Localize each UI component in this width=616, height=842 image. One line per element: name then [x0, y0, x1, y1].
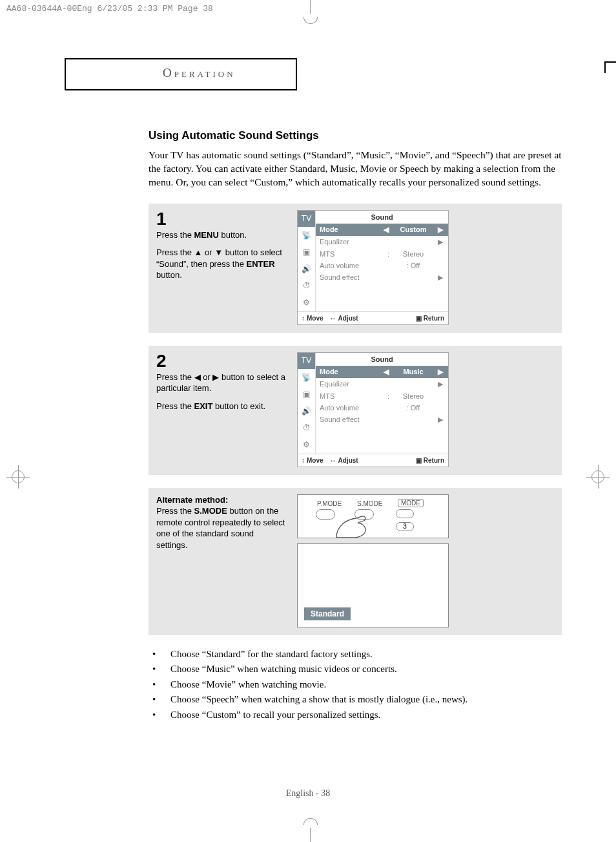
- return-icon: ▣: [416, 457, 422, 464]
- remote-pmode-button: [316, 509, 335, 520]
- remote-mode-button: [396, 509, 414, 518]
- list-item: Choose “Standard” for the standard facto…: [149, 648, 562, 661]
- osd-label: Equalizer: [320, 380, 436, 388]
- remote-diagram: P.MODE S.MODE MODE 3: [297, 494, 449, 538]
- step-2-text: 2 Press the ◀ or ▶ button to select a pa…: [156, 352, 285, 467]
- osd-row-mts: MTS : Stereo: [316, 390, 448, 402]
- osd-value: Music: [390, 368, 436, 375]
- osd-timer-icon: ⏱: [298, 420, 315, 437]
- left-regmark: [6, 465, 30, 489]
- left-arrow-icon: ◀: [194, 372, 201, 382]
- remote-smode-label: S.MODE: [357, 500, 382, 507]
- step-2-block: 2 Press the ◀ or ▶ button to select a pa…: [149, 346, 562, 475]
- right-arrow-icon: ▶: [436, 238, 444, 246]
- right-arrow-icon: ▶: [436, 273, 444, 282]
- list-item: Choose “Speech” when watching a show tha…: [149, 693, 562, 706]
- osd-value: Stereo: [390, 250, 436, 258]
- osd-row-sound-effect: Sound effect ▶: [316, 414, 448, 426]
- top-cropmark: [303, 0, 316, 23]
- text: button.: [219, 230, 247, 240]
- leftright-arrow-icon: ↔: [330, 457, 336, 464]
- osd-setup-icon: ⚙: [298, 295, 315, 311]
- bullet-list: Choose “Standard” for the standard facto…: [149, 648, 562, 722]
- intro-paragraph: Your TV has automatic sound settings (“S…: [149, 149, 562, 189]
- right-arrow-icon: ▶: [436, 368, 444, 376]
- text: or: [201, 372, 213, 382]
- list-item: Choose “Movie” when watching movie.: [149, 679, 562, 691]
- right-arrow-icon: ▶: [212, 372, 219, 382]
- osd-sound-icon: 🔊: [298, 403, 315, 420]
- osd-standard-tag: Standard: [304, 607, 351, 620]
- text: or: [202, 247, 214, 257]
- remote-3-button: 3: [396, 522, 414, 531]
- osd-row-equalizer: Equalizer ▶: [316, 378, 448, 390]
- right-cropmark: [604, 61, 616, 73]
- osd-row-equalizer: Equalizer ▶: [316, 236, 448, 248]
- text: button to exit.: [212, 401, 265, 411]
- step-2-number: 2: [156, 352, 285, 370]
- osd-timer-icon: ⏱: [298, 278, 315, 295]
- osd-title: Sound: [316, 211, 448, 224]
- return-icon: ▣: [416, 315, 422, 322]
- print-header: AA68-03644A-00Eng 6/23/05 2:33 PM Page 3…: [6, 4, 213, 14]
- menu-button-name: MENU: [194, 230, 219, 240]
- osd-label: Sound effect: [320, 416, 436, 423]
- page-footer: English - 38: [0, 788, 616, 799]
- osd-value: Custom: [390, 226, 436, 233]
- osd-footer-adjust: Adjust: [338, 315, 358, 322]
- osd-label: Mode: [320, 368, 382, 375]
- osd-antenna-icon: 📡: [298, 227, 315, 244]
- list-item: Choose “Music” when watching music video…: [149, 663, 562, 676]
- osd-label: Auto volume: [320, 404, 390, 412]
- osd-row-sound-effect: Sound effect ▶: [316, 271, 448, 284]
- alternate-method-block: Alternate method: Press the S.MODE butto…: [149, 488, 562, 635]
- exit-button-name: EXIT: [194, 401, 213, 411]
- updown-arrow-icon: ↕: [302, 457, 305, 464]
- right-arrow-icon: ▶: [436, 226, 444, 234]
- osd-label: MTS: [320, 392, 387, 400]
- remote-pmode-label: P.MODE: [317, 500, 342, 507]
- osd-sound-icon: 🔊: [298, 261, 315, 278]
- osd-footer-move: Move: [307, 457, 323, 464]
- osd-title: Sound: [316, 353, 448, 366]
- osd-sound-menu-1: TV 📡 ▣ 🔊 ⏱ ⚙ Sound Mode ◀: [297, 210, 449, 325]
- step-1-number: 1: [156, 210, 285, 228]
- text: Press the: [156, 401, 194, 411]
- osd-side-icons: TV 📡 ▣ 🔊 ⏱ ⚙: [298, 353, 316, 454]
- osd-row-mts: MTS : Stereo: [316, 248, 448, 260]
- left-arrow-icon: ◀: [382, 368, 390, 376]
- alternate-method-title: Alternate method:: [156, 495, 228, 505]
- osd-antenna-icon: 📡: [298, 370, 315, 386]
- text: Press the: [156, 230, 194, 240]
- osd-tv-icon: TV: [298, 353, 315, 370]
- osd-picture-icon: ▣: [298, 386, 315, 403]
- right-arrow-icon: ▶: [436, 380, 444, 388]
- osd-value: Stereo: [390, 392, 436, 400]
- osd-setup-icon: ⚙: [298, 437, 315, 454]
- enter-button-name: ENTER: [246, 259, 274, 269]
- chapter-tab-label: Operation: [163, 66, 236, 79]
- remote-mode-label: MODE: [398, 499, 424, 507]
- bottom-cropmark: [303, 819, 316, 842]
- step-1-block: 1 Press the MENU button. Press the ▲ or …: [149, 204, 562, 333]
- updown-arrow-icon: ↕: [302, 315, 305, 322]
- left-arrow-icon: ◀: [382, 226, 390, 234]
- down-arrow-icon: ▼: [214, 247, 223, 257]
- osd-footer-adjust: Adjust: [338, 457, 358, 464]
- list-item: Choose “Custom” to recall your personali…: [149, 709, 562, 722]
- osd-label: Equalizer: [320, 238, 436, 246]
- up-arrow-icon: ▲: [194, 247, 203, 257]
- osd-value: : Off: [390, 404, 436, 412]
- osd-label: Sound effect: [320, 273, 436, 281]
- osd-row-mode: Mode ◀ Custom ▶: [316, 224, 448, 236]
- finger-pointer-icon: [333, 513, 372, 538]
- chapter-tab: Operation: [65, 58, 297, 90]
- osd-row-auto-volume: Auto volume : Off: [316, 260, 448, 271]
- osd-footer: ↕Move ↔Adjust ▣Return: [298, 311, 448, 324]
- osd-label: Auto volume: [320, 262, 390, 269]
- text: Press the: [156, 372, 194, 382]
- osd-tv-icon: TV: [298, 211, 315, 227]
- osd-label: Mode: [320, 226, 382, 233]
- text: Press the: [156, 247, 194, 257]
- step-1-text: 1 Press the MENU button. Press the ▲ or …: [156, 210, 285, 325]
